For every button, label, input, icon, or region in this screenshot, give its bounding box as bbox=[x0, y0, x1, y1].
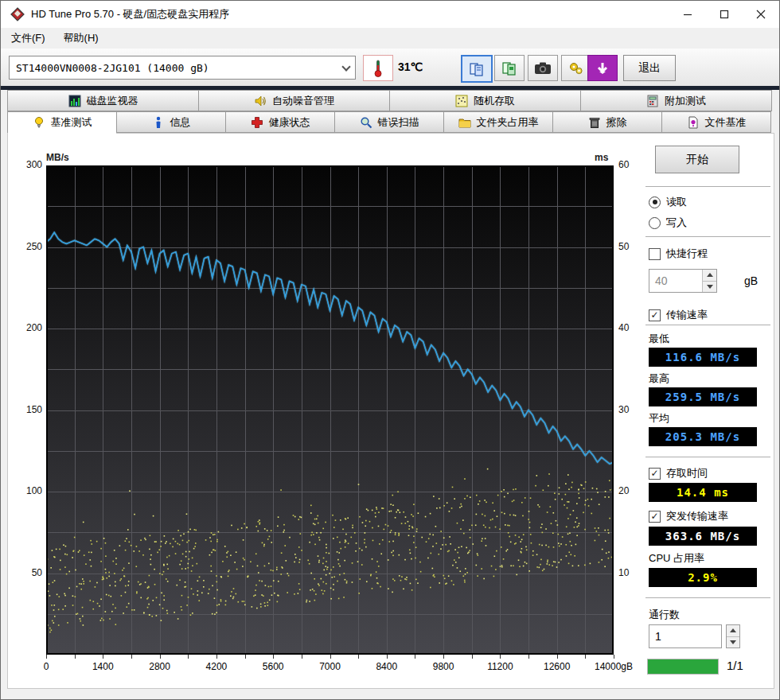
tab-erase[interactable]: 擦除 bbox=[552, 111, 662, 133]
spinner-arrows bbox=[702, 270, 716, 292]
x-axis-tick-mark bbox=[188, 655, 189, 659]
close-button[interactable] bbox=[743, 1, 779, 28]
tab-label: 擦除 bbox=[606, 115, 627, 130]
x-axis-tick-label: 7000 bbox=[319, 661, 341, 672]
spin-up-button[interactable] bbox=[727, 625, 739, 637]
temperature-button[interactable] bbox=[363, 55, 393, 81]
drive-select[interactable]: ST14000VN0008-2JG101 (14000 gB) bbox=[9, 56, 356, 80]
save-results-button[interactable] bbox=[587, 55, 618, 81]
access-time-checkbox[interactable]: ✓ bbox=[649, 468, 661, 480]
short-stroke-spinner[interactable]: 40 bbox=[649, 269, 717, 293]
y-left-tick-label: 300 bbox=[15, 159, 42, 170]
copy-image-icon bbox=[501, 60, 517, 76]
x-axis-tick-mark bbox=[472, 655, 473, 659]
tab-label: 基准测试 bbox=[51, 115, 92, 130]
tab-extra-tests[interactable]: 附加测试 bbox=[580, 90, 772, 111]
burst-rate-display: 363.6 MB/s bbox=[649, 527, 757, 546]
tab-error-scan[interactable]: 错误扫描 bbox=[334, 111, 444, 133]
tab-noise-management[interactable]: 自动噪音管理 bbox=[198, 90, 390, 111]
y-left-tick-label: 150 bbox=[15, 404, 42, 415]
x-axis-tick-mark bbox=[216, 655, 217, 659]
short-stroke-row[interactable]: 快捷行程 bbox=[649, 247, 708, 261]
tab-row-bottom: 基准测试 信息 健康状态 错误扫描 文件夹占用率 bbox=[7, 111, 771, 133]
copy-to-clipboard-button[interactable] bbox=[461, 55, 493, 83]
exit-button[interactable]: 退出 bbox=[623, 55, 676, 81]
write-radio-row[interactable]: 写入 bbox=[649, 216, 687, 230]
drive-select-value: ST14000VN0008-2JG101 (14000 gB) bbox=[10, 62, 331, 74]
menu-file[interactable]: 文件(F) bbox=[3, 28, 53, 49]
transfer-rate-row[interactable]: ✓ 传输速率 bbox=[649, 308, 708, 322]
screenshot-button[interactable] bbox=[528, 55, 558, 81]
x-axis-tick-label: 5600 bbox=[263, 661, 284, 672]
access-time-display: 14.4 ms bbox=[649, 483, 757, 502]
tab-label: 附加测试 bbox=[665, 94, 706, 108]
hdtune-window: { "window": { "title": "HD Tune Pro 5.70… bbox=[0, 0, 780, 700]
access-time-row[interactable]: ✓ 存取时间 bbox=[649, 466, 708, 480]
folder-usage-icon bbox=[458, 116, 471, 129]
x-axis-tick-mark bbox=[557, 655, 558, 659]
maximize-button[interactable] bbox=[706, 1, 743, 28]
tab-label: 随机存取 bbox=[474, 94, 515, 108]
y-right-tick-label: 30 bbox=[618, 404, 629, 415]
tab-disk-monitor[interactable]: 磁盘监视器 bbox=[7, 90, 199, 111]
tab-info[interactable]: 信息 bbox=[116, 111, 226, 133]
x-axis-tick-label: 11200 bbox=[487, 661, 513, 672]
tab-benchmark[interactable]: 基准测试 bbox=[7, 111, 117, 134]
write-radio[interactable] bbox=[649, 217, 661, 229]
y-left-tick-label: 200 bbox=[15, 322, 42, 333]
tab-random-access[interactable]: 随机存取 bbox=[389, 90, 581, 111]
burst-rate-checkbox[interactable]: ✓ bbox=[649, 511, 661, 523]
start-button[interactable]: 开始 bbox=[655, 146, 739, 173]
pass-count-label: 通行数 bbox=[649, 608, 680, 622]
minimize-button[interactable] bbox=[669, 1, 706, 28]
y-left-unit-label: MB/s bbox=[46, 152, 69, 163]
x-axis-tick-mark bbox=[443, 655, 444, 659]
y-right-tick-label: 40 bbox=[618, 322, 629, 333]
divider bbox=[645, 325, 770, 325]
spin-down-button[interactable] bbox=[727, 637, 739, 648]
short-stroke-checkbox[interactable] bbox=[649, 248, 661, 260]
noise-management-icon bbox=[254, 95, 267, 107]
close-icon bbox=[756, 10, 766, 19]
x-axis-tick-mark bbox=[160, 655, 161, 659]
y-left-tick-label: 100 bbox=[15, 485, 42, 496]
access-time-label: 存取时间 bbox=[666, 466, 708, 480]
tab-file-benchmark[interactable]: 文件基准 bbox=[661, 111, 771, 133]
chevron-down-icon bbox=[331, 66, 355, 70]
copy-image-button[interactable] bbox=[494, 55, 525, 81]
burst-rate-row[interactable]: ✓ 突发传输速率 bbox=[649, 509, 728, 523]
spin-up-button[interactable] bbox=[703, 270, 716, 282]
transfer-rate-checkbox[interactable]: ✓ bbox=[649, 309, 661, 321]
spin-down-button[interactable] bbox=[703, 282, 716, 293]
max-value-display: 259.5 MB/s bbox=[649, 387, 757, 406]
tab-label: 文件基准 bbox=[705, 115, 747, 130]
tab-health[interactable]: 健康状态 bbox=[225, 111, 335, 133]
x-axis-tick-label: 14000gB bbox=[595, 661, 633, 672]
health-icon bbox=[251, 116, 263, 129]
tab-folder-usage[interactable]: 文件夹占用率 bbox=[443, 111, 553, 133]
x-axis-tick-label: 8400 bbox=[376, 661, 397, 672]
error-scan-icon bbox=[360, 116, 372, 129]
min-label: 最低 bbox=[649, 332, 669, 346]
menu-bar: 文件(F) 帮助(H) bbox=[1, 28, 779, 49]
pass-count-spinner[interactable]: 1 bbox=[649, 624, 722, 648]
y-right-unit-label: ms bbox=[595, 152, 608, 163]
menu-help[interactable]: 帮助(H) bbox=[56, 28, 107, 49]
read-radio[interactable] bbox=[649, 196, 661, 208]
tab-label: 磁盘监视器 bbox=[87, 94, 138, 108]
disk-monitor-icon bbox=[68, 95, 81, 107]
tab-label: 信息 bbox=[170, 115, 191, 130]
file-benchmark-icon bbox=[687, 116, 700, 129]
tab-label: 错误扫描 bbox=[378, 115, 419, 130]
x-axis-tick-mark bbox=[387, 655, 388, 659]
avg-label: 平均 bbox=[649, 411, 669, 426]
pass-count-arrows bbox=[726, 624, 740, 648]
minimize-icon bbox=[683, 10, 692, 19]
tab-row-top: 磁盘监视器 自动噪音管理 随机存取 附加测试 bbox=[7, 90, 772, 111]
short-stroke-unit: gB bbox=[744, 274, 758, 287]
extra-tests-icon bbox=[646, 95, 659, 107]
x-axis-tick-mark bbox=[415, 655, 415, 659]
short-stroke-value: 40 bbox=[649, 270, 702, 292]
read-radio-row[interactable]: 读取 bbox=[649, 195, 687, 209]
info-icon bbox=[152, 116, 165, 129]
